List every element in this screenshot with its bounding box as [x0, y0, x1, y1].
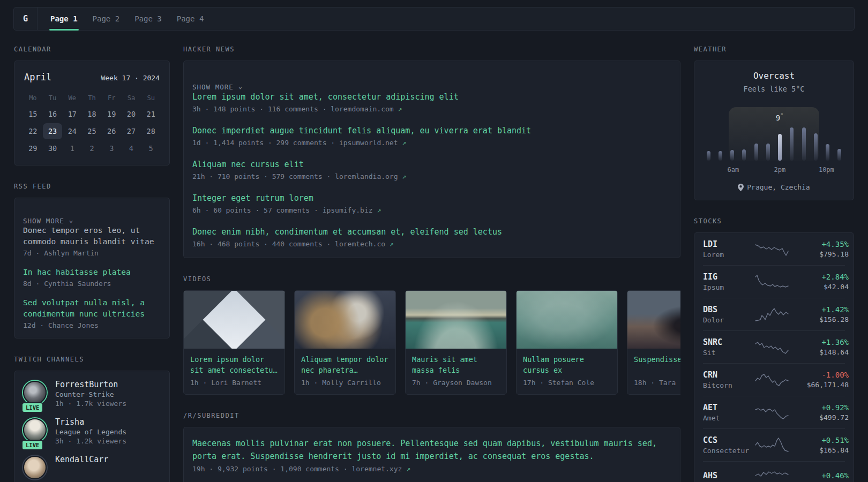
source-link[interactable]: ipsumify.biz: [323, 206, 373, 214]
external-link-icon: ↗: [377, 206, 381, 214]
stock-symbol[interactable]: AET: [703, 403, 754, 412]
stock-sparkline: [754, 339, 790, 355]
weather-feels-like: Feels like 5°C: [704, 85, 844, 93]
stock-change-percent: +2.84%: [790, 273, 849, 281]
hacker-news-item: Lorem ipsum dolor sit amet, consectetur …: [192, 91, 671, 113]
stock-symbol[interactable]: LDI: [703, 239, 754, 249]
twitch-channel-row[interactable]: LIVE KendallCarr: [23, 455, 161, 479]
source-link[interactable]: loremlandia.org: [335, 172, 398, 180]
twitch-channel-row[interactable]: LIVE ForrestBurton Counter-Strike 1h · 1…: [23, 380, 161, 408]
stock-change-percent: -1.00%: [790, 371, 849, 379]
tab-page-1[interactable]: Page 1: [43, 7, 85, 30]
subreddit-post-title[interactable]: Maecenas mollis pulvinar erat non posuer…: [192, 437, 659, 463]
app-logo[interactable]: G: [14, 7, 38, 30]
stock-symbol[interactable]: CCS: [703, 435, 754, 445]
video-meta: 17h · Stefan Cole: [523, 379, 611, 387]
stock-name: Lorem: [703, 251, 754, 259]
video-card[interactable]: Nullam posuere cursus ex 17h · Stefan Co…: [516, 290, 618, 395]
right-column: WEATHER Overcast Feels like 5°C 9° 6am 2…: [694, 46, 854, 482]
stock-symbol[interactable]: IIG: [703, 272, 754, 282]
hacker-news-item-meta: 3h · 148 points · 116 comments · loremdo…: [192, 105, 671, 113]
video-card[interactable]: Mauris sit amet massa felis 7h · Grayson…: [405, 290, 507, 395]
source-link[interactable]: ipsumworld.net: [339, 139, 398, 147]
calendar-widget: CALENDAR April Week 17 · 2024 MoTuWeThFr…: [14, 46, 170, 165]
stock-symbol[interactable]: AHS: [703, 471, 754, 480]
streamer-game: League of Legends: [55, 428, 126, 436]
video-title[interactable]: Aliquam tempor dolor nec pharetra…: [301, 354, 389, 375]
stock-name: Sit: [703, 349, 754, 357]
calendar-day: 20: [122, 106, 141, 122]
rss-item-title[interactable]: Donec tempor eros leo, ut commodo mauris…: [23, 225, 161, 247]
stock-symbol[interactable]: CRN: [703, 370, 754, 380]
stock-name: Bitcorn: [703, 381, 754, 389]
calendar-day: 30: [43, 140, 63, 156]
streamer-name[interactable]: ForrestBurton: [55, 380, 126, 389]
video-card[interactable]: Suspendisse sed diam 18h · Tara: [627, 290, 680, 395]
source-link[interactable]: loremnet.xyz: [351, 465, 402, 473]
temperature-bar: [790, 127, 794, 161]
streamer-avatar: [23, 456, 47, 479]
hacker-news-item-title[interactable]: Lorem ipsum dolor sit amet, consectetur …: [192, 91, 671, 103]
video-thumbnail: [517, 291, 617, 349]
calendar-day: 21: [141, 106, 161, 122]
tab-page-2[interactable]: Page 2: [85, 7, 128, 30]
video-title[interactable]: Mauris sit amet massa felis: [412, 354, 500, 375]
calendar-day: 28: [141, 123, 161, 139]
tab-page-3[interactable]: Page 3: [127, 7, 169, 30]
widget-title-twitch: TWITCH CHANNELS: [14, 356, 170, 363]
streamer-name[interactable]: KendallCarr: [55, 455, 108, 464]
weather-location: Prague, Czechia: [704, 183, 844, 191]
location-pin-icon: [738, 184, 744, 191]
rss-item-title[interactable]: In hac habitasse platea: [23, 267, 161, 278]
rss-show-more-button[interactable]: SHOW MORE ⌄: [23, 216, 161, 225]
hacker-news-item-title[interactable]: Integer eget rutrum lorem: [192, 192, 671, 204]
time-ticks: 6am 2pm 10pm: [704, 166, 844, 175]
calendar-weekday: Tu: [43, 90, 63, 106]
rss-item: Sed volutpat nulla nisl, a condimentum n…: [23, 297, 161, 329]
stock-name: Amet: [703, 414, 754, 422]
tab-page-4[interactable]: Page 4: [169, 7, 212, 30]
rss-item-title[interactable]: Sed volutpat nulla nisl, a condimentum n…: [23, 297, 161, 320]
twitch-widget: TWITCH CHANNELS LIVE ForrestBurton Count…: [14, 356, 170, 482]
calendar-day: 15: [23, 106, 43, 122]
dashboard-page: G Page 1 Page 2 Page 3 Page 4 CALENDAR A…: [0, 0, 868, 482]
source-link[interactable]: loremtech.co: [335, 240, 385, 248]
subreddit-post-meta: 19h · 9,932 points · 1,090 comments · lo…: [192, 465, 671, 473]
temperature-bar: [826, 144, 829, 161]
temperature-bar: [802, 127, 806, 161]
temperature-bar: [742, 149, 746, 161]
calendar-weekday-row: MoTuWeThFrSaSu: [23, 90, 161, 106]
stock-price: $156.28: [790, 315, 849, 323]
twitch-channel-row[interactable]: LIVE Trisha League of Legends 3h · 1.2k …: [23, 417, 161, 445]
stock-sparkline: [754, 274, 790, 290]
videos-widget: VIDEOS Lorem ipsum dolor sit amet consec…: [183, 275, 680, 395]
stock-row: AHS +0.46%: [703, 461, 845, 482]
temperature-bar: [778, 134, 782, 161]
source-link[interactable]: loremdomain.com: [331, 105, 393, 113]
hacker-news-item-title[interactable]: Aliquam nec cursus elit: [192, 159, 671, 170]
video-card[interactable]: Aliquam tempor dolor nec pharetra… 1h · …: [294, 290, 396, 395]
calendar-day: 25: [82, 123, 102, 139]
stock-row: CCS Consectetur +0.51% $165.84: [703, 428, 845, 461]
video-title[interactable]: Suspendisse sed diam: [634, 354, 680, 375]
stock-symbol[interactable]: DBS: [703, 305, 754, 314]
hacker-news-item-title[interactable]: Donec imperdiet augue tincidunt felis al…: [192, 125, 671, 137]
streamer-name[interactable]: Trisha: [55, 417, 126, 427]
rss-item: In hac habitasse platea 8d · Cynthia Sau…: [23, 267, 161, 288]
weather-widget: WEATHER Overcast Feels like 5°C 9° 6am 2…: [694, 46, 854, 200]
video-title[interactable]: Nullam posuere cursus ex: [523, 354, 611, 375]
hacker-news-item-title[interactable]: Donec enim nibh, condimentum et accumsan…: [192, 226, 671, 238]
stock-symbol[interactable]: SNRC: [703, 337, 754, 347]
calendar-day: 4: [122, 140, 141, 156]
stock-price: $66,171.48: [790, 381, 849, 389]
video-card[interactable]: Lorem ipsum dolor sit amet consectetu… 1…: [183, 290, 285, 395]
video-title[interactable]: Lorem ipsum dolor sit amet consectetu…: [190, 354, 278, 375]
hacker-news-show-more-button[interactable]: SHOW MORE ⌄: [192, 82, 671, 91]
calendar-day: 26: [102, 123, 122, 139]
tick-6am: 6am: [727, 166, 739, 174]
stocks-widget: STOCKS LDI Lorem +: [694, 217, 854, 482]
hacker-news-item-meta: 16h · 468 points · 440 comments · loremt…: [192, 240, 671, 248]
video-thumbnail: [184, 291, 285, 349]
calendar-day: 19: [102, 106, 122, 122]
calendar-day: 3: [102, 140, 122, 156]
